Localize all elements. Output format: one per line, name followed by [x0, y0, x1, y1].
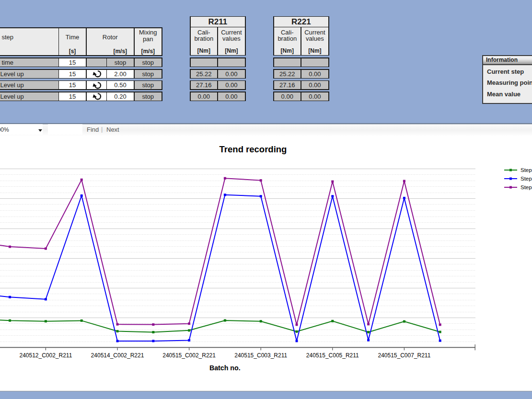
svg-text:240514_C002_R221: 240514_C002_R221	[91, 352, 144, 359]
svg-text:240512_C002_R211: 240512_C002_R211	[19, 352, 72, 359]
svg-text:Batch no.: Batch no.	[209, 364, 241, 372]
svg-text:240515_C007_R211: 240515_C007_R211	[378, 352, 430, 359]
svg-text:Step 1: Step 1	[520, 167, 532, 173]
svg-text:Step 3: Step 3	[520, 184, 532, 190]
svg-text:240515_C003_R211: 240515_C003_R211	[234, 352, 287, 359]
svg-text:Trend recording: Trend recording	[220, 144, 287, 154]
svg-text:240515_C005_R211: 240515_C005_R211	[306, 352, 359, 359]
svg-text:240515_C002_R221: 240515_C002_R221	[162, 352, 216, 359]
svg-text:Step 2: Step 2	[520, 176, 532, 182]
